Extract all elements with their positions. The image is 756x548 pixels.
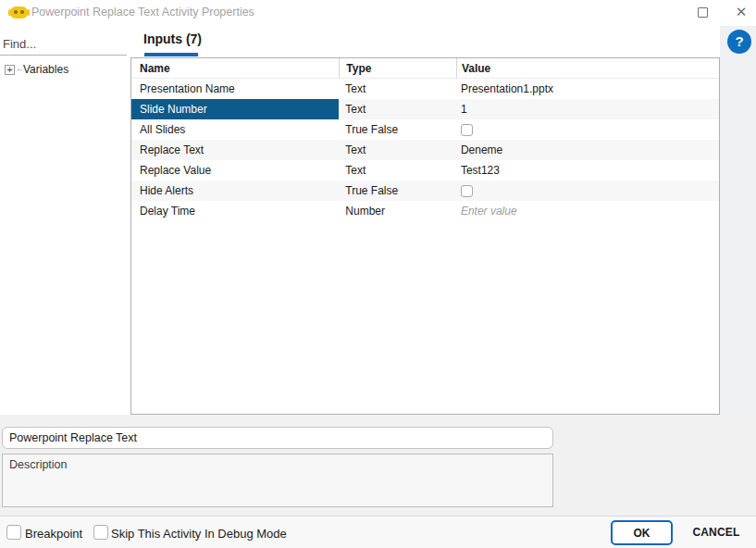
- ok-button[interactable]: OK: [611, 520, 673, 545]
- table-row[interactable]: Delay Time Number Enter value: [131, 201, 719, 221]
- row-name-cell-selected[interactable]: Slide Number: [131, 99, 339, 119]
- tab-inputs[interactable]: Inputs (7): [143, 31, 202, 51]
- row-value-cell: [456, 181, 719, 201]
- row-value-cell[interactable]: 1: [456, 99, 719, 119]
- breakpoint-checkbox[interactable]: [6, 525, 21, 540]
- hide-alerts-checkbox[interactable]: [461, 185, 473, 197]
- row-value-cell[interactable]: Test123: [456, 160, 719, 181]
- variables-label: Variables: [23, 63, 68, 76]
- row-name-cell[interactable]: Replace Value: [131, 160, 339, 181]
- column-header-value: Value: [456, 58, 719, 78]
- properties-grid: Name Type Value Presentation Name Text P…: [130, 57, 720, 415]
- row-type-cell: Number: [339, 201, 456, 221]
- column-header-name: Name: [131, 58, 339, 78]
- maximize-icon: [698, 7, 708, 18]
- row-name-cell[interactable]: Replace Text: [131, 140, 339, 160]
- app-robot-icon: [9, 4, 29, 20]
- table-row[interactable]: Slide Number Text 1: [131, 99, 719, 119]
- table-row[interactable]: Hide Alerts True False: [131, 181, 719, 201]
- row-type-cell: Text: [339, 140, 456, 160]
- window-title: Powerpoint Replace Text Activity Propert…: [31, 6, 254, 19]
- all-slides-checkbox[interactable]: [461, 124, 473, 136]
- help-icon[interactable]: ?: [727, 30, 751, 54]
- find-input[interactable]: [0, 33, 127, 56]
- tab-active-underline: [144, 53, 198, 56]
- close-button[interactable]: ✕: [731, 2, 751, 22]
- row-name-cell[interactable]: Hide Alerts: [131, 181, 339, 201]
- table-row[interactable]: Presentation Name Text Presentation1.ppt…: [131, 79, 719, 99]
- column-header-type: Type: [339, 58, 456, 78]
- row-name-cell[interactable]: Presentation Name: [131, 79, 339, 99]
- row-value-cell[interactable]: Presentation1.pptx: [456, 79, 719, 99]
- row-type-cell: Text: [339, 160, 456, 181]
- maximize-button[interactable]: [694, 4, 713, 22]
- row-type-cell: True False: [339, 119, 456, 140]
- breakpoint-label: Breakpoint: [25, 527, 82, 541]
- expand-plus-icon[interactable]: +: [5, 65, 15, 75]
- table-row[interactable]: Replace Text Text Deneme: [131, 140, 719, 160]
- row-type-cell: Text: [339, 79, 456, 99]
- row-name-cell[interactable]: Delay Time: [131, 201, 339, 221]
- description-input[interactable]: [2, 454, 553, 507]
- cancel-button[interactable]: CANCEL: [683, 526, 750, 539]
- row-name-cell[interactable]: All Slides: [131, 119, 339, 140]
- skip-debug-checkbox[interactable]: [93, 525, 108, 540]
- grid-header-row: Name Type Value: [131, 58, 719, 79]
- row-value-cell: [456, 119, 719, 140]
- table-row[interactable]: Replace Value Text Test123: [131, 160, 719, 181]
- row-type-cell: Text: [339, 99, 456, 119]
- table-row[interactable]: All Slides True False: [131, 119, 719, 140]
- sidebar-item-variables[interactable]: + Variables: [5, 62, 68, 77]
- skip-debug-label: Skip This Activity In Debug Mode: [111, 527, 287, 541]
- delay-time-value-field[interactable]: Enter value: [456, 201, 719, 221]
- activity-name-input[interactable]: [2, 427, 553, 449]
- content-background-strip: [720, 26, 756, 415]
- row-type-cell: True False: [339, 181, 456, 201]
- tree-connector: [18, 69, 21, 70]
- lower-section: [0, 415, 756, 516]
- footer-bar: Breakpoint Skip This Activity In Debug M…: [0, 516, 756, 548]
- sidebar: + Variables: [0, 26, 130, 415]
- title-bar: Powerpoint Replace Text Activity Propert…: [0, 0, 756, 26]
- row-value-cell[interactable]: Deneme: [456, 140, 719, 160]
